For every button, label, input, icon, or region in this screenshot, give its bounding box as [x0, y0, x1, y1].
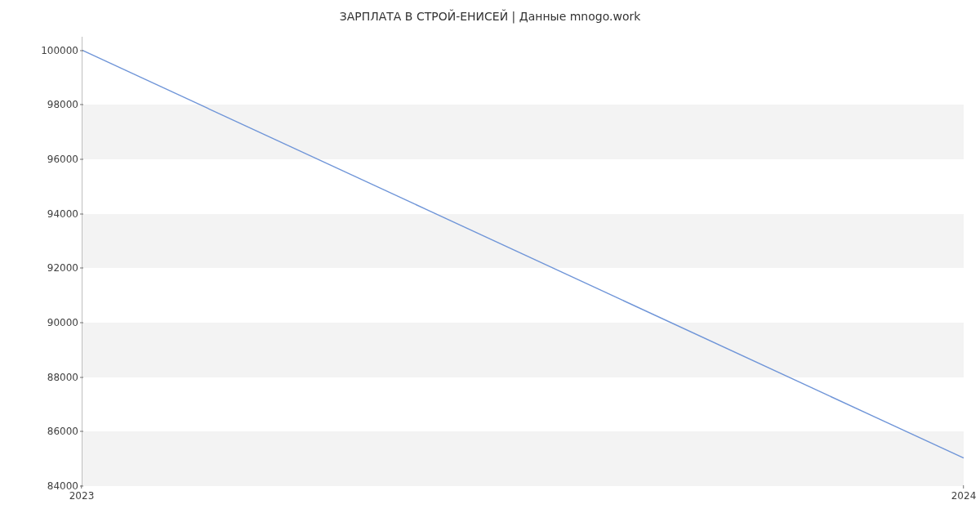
plot-area [82, 37, 964, 486]
chart-title: ЗАРПЛАТА В СТРОЙ-ЕНИСЕЙ | Данные mnogo.w… [0, 10, 980, 23]
chart-container: ЗАРПЛАТА В СТРОЙ-ЕНИСЕЙ | Данные mnogo.w… [0, 0, 980, 531]
y-tick-mark [80, 213, 83, 214]
y-tick-mark [80, 159, 83, 160]
x-tick-mark [81, 485, 82, 489]
y-tick-mark [80, 431, 83, 432]
x-tick-label: 2024 [951, 490, 977, 502]
y-tick-label: 86000 [39, 426, 78, 437]
y-tick-mark [80, 377, 83, 377]
y-tick-label: 94000 [39, 208, 78, 220]
y-tick-mark [80, 105, 83, 105]
y-tick-label: 88000 [39, 372, 78, 383]
x-tick-mark [963, 485, 964, 489]
y-tick-mark [80, 323, 83, 324]
y-tick-label: 96000 [39, 154, 78, 165]
line-series [82, 37, 964, 485]
y-tick-label: 100000 [39, 45, 78, 56]
x-tick-label: 2023 [69, 490, 95, 502]
y-tick-label: 98000 [39, 99, 78, 110]
y-tick-label: 90000 [39, 317, 78, 328]
line-path [82, 51, 964, 458]
y-tick-mark [80, 268, 83, 269]
y-tick-mark [80, 50, 83, 51]
y-tick-label: 92000 [39, 262, 78, 274]
